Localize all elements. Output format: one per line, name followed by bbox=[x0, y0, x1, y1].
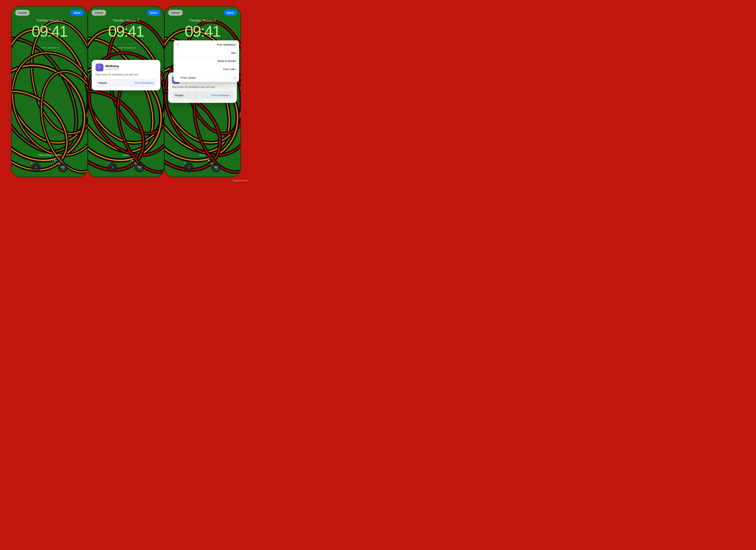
app-icon-2: ♪ bbox=[96, 64, 103, 71]
swipe-styles-label: Swipe between Styles bbox=[12, 154, 87, 156]
dropdown-item-spa[interactable]: Spa bbox=[174, 49, 239, 57]
playlist-dropdown-3: ✓ Pure Meditation Spa Beats & Breath Pur… bbox=[174, 40, 239, 82]
dropdown-label-beats-breath: Beats & Breath bbox=[218, 59, 236, 62]
minus-badge-cam-1: − bbox=[57, 162, 61, 165]
minus-badge-1: − bbox=[30, 162, 33, 165]
dropdown-item-pure-calm[interactable]: Pure Calm bbox=[174, 65, 239, 73]
card-app-name-2: Wellbeing bbox=[106, 65, 120, 68]
dot-6 bbox=[52, 160, 53, 161]
s3-dot-1 bbox=[195, 160, 197, 161]
dot-8 bbox=[56, 160, 57, 161]
time-label-3: 09:41 bbox=[165, 22, 240, 40]
style-dots-3 bbox=[165, 160, 240, 161]
done-button-3[interactable]: Done bbox=[224, 10, 237, 16]
minus-badge-cam-3: − bbox=[210, 162, 214, 165]
add-widgets-label-1: + ADD WIDGETS bbox=[39, 47, 60, 49]
music-note-icon-3: ♪ bbox=[188, 165, 190, 170]
s2-dot-2 bbox=[121, 160, 122, 161]
time-label-2: 09:41 bbox=[88, 22, 164, 40]
dot-2 bbox=[43, 160, 45, 161]
s2-dot-7-active bbox=[132, 160, 133, 161]
card-playlist-row-2[interactable]: Playlist Pure Meditation bbox=[96, 79, 156, 87]
bottom-icons-3: − ♪ − 📷 bbox=[165, 162, 240, 172]
card-row-value-2: Pure Meditation bbox=[135, 81, 153, 84]
style-name-label-3: Green bbox=[165, 154, 240, 156]
top-bar-3: Cancel Done bbox=[165, 10, 240, 16]
time-label-1: 09:41 bbox=[12, 22, 87, 40]
music-icon-btn-1[interactable]: − ♪ bbox=[31, 162, 41, 172]
music-note-icon-1: ♪ bbox=[35, 165, 37, 170]
phone-screen-3: Cancel Done Tuesday, January 9 09:41 + A… bbox=[164, 6, 241, 177]
top-bar-1: Cancel Done bbox=[12, 10, 87, 16]
cancel-button-1[interactable]: Cancel bbox=[15, 10, 30, 16]
s3-dot-5 bbox=[204, 160, 205, 161]
widget-area-2[interactable]: + ADD WIDGETS bbox=[93, 44, 159, 52]
camera-icon-2: 📷 bbox=[137, 165, 142, 170]
music-note-icon-2: ♪ bbox=[111, 165, 113, 170]
dropdown-label-spa: Spa bbox=[231, 51, 236, 54]
date-label-1: Tuesday, January 9 bbox=[12, 19, 87, 22]
dot-4 bbox=[48, 160, 49, 161]
library-music-icon: ♫ bbox=[233, 76, 236, 80]
music-icon-btn-3[interactable]: − ♪ bbox=[184, 162, 194, 172]
s2-dot-1 bbox=[119, 160, 120, 161]
card-row-label-3: Playlist bbox=[175, 94, 183, 97]
s2-dot-6 bbox=[130, 160, 131, 161]
wellbeing-card-2: ♪ Wellbeing Ambient Music Play music for… bbox=[92, 60, 160, 90]
card-row-label-2: Playlist bbox=[98, 81, 107, 84]
card-titles-2: Wellbeing Ambient Music bbox=[106, 65, 120, 70]
card-description-3: Play music for meditation and self-care. bbox=[172, 86, 233, 88]
card-description-2: Play music for meditation and self-care. bbox=[96, 73, 156, 76]
card-header-2: ♪ Wellbeing Ambient Music bbox=[96, 64, 156, 71]
s3-dot-3 bbox=[200, 160, 201, 161]
dropdown-label-from-library: From Library bbox=[181, 76, 233, 79]
date-label-2: Tuesday, January 9 bbox=[88, 19, 164, 22]
cancel-button-3[interactable]: Cancel bbox=[168, 10, 183, 16]
watermark: GadgetHacks.com bbox=[233, 179, 248, 182]
s2-dot-3 bbox=[123, 160, 124, 161]
dot-3 bbox=[46, 160, 47, 161]
dot-7-active bbox=[54, 160, 55, 161]
dot-5 bbox=[50, 160, 51, 161]
camera-icon-btn-1[interactable]: − 📷 bbox=[58, 162, 68, 172]
dropdown-label-pure-calm: Pure Calm bbox=[223, 68, 236, 71]
phone-screen-2: Cancel Done Tuesday, January 9 09:41 + A… bbox=[88, 6, 164, 177]
s3-dot-4 bbox=[202, 160, 203, 161]
top-bar-2: Cancel Done bbox=[88, 10, 164, 16]
cancel-button-2[interactable]: Cancel bbox=[92, 10, 106, 16]
screens-container: Cancel Done Tuesday, January 9 09:41 + A… bbox=[0, 0, 252, 183]
minus-badge-cam-2: − bbox=[134, 162, 137, 165]
card-playlist-row-3[interactable]: Playlist Pure Meditation bbox=[172, 91, 233, 99]
dropdown-label-pure-meditation: Pure Meditation bbox=[217, 43, 236, 46]
dropdown-item-from-library[interactable]: From Library ♫ bbox=[174, 73, 239, 82]
add-widgets-label-2: + ADD WIDGETS bbox=[116, 47, 136, 49]
camera-icon-1: 📷 bbox=[61, 165, 65, 170]
s3-dot-7-active bbox=[208, 160, 209, 161]
date-label-3: Tuesday, January 9 bbox=[165, 19, 240, 22]
done-button-2[interactable]: Done bbox=[147, 10, 160, 16]
style-dots-2 bbox=[88, 160, 164, 161]
check-icon-pure-meditation: ✓ bbox=[177, 43, 179, 46]
music-icon-btn-2[interactable]: − ♪ bbox=[107, 162, 117, 172]
dot-1 bbox=[41, 160, 43, 161]
style-name-label-2: Green bbox=[88, 154, 164, 156]
camera-icon-btn-3[interactable]: − 📷 bbox=[211, 162, 221, 172]
done-button-1[interactable]: Done bbox=[71, 10, 84, 16]
card-row-value-3: Pure Meditation bbox=[211, 94, 230, 97]
bottom-icons-2: − ♪ − 📷 bbox=[88, 162, 164, 172]
s2-dot-4 bbox=[125, 160, 127, 161]
camera-icon-3: 📷 bbox=[214, 165, 218, 170]
card-app-subtitle-2: Ambient Music bbox=[106, 68, 120, 70]
style-dots-1 bbox=[12, 160, 87, 161]
camera-icon-btn-2[interactable]: − 📷 bbox=[135, 162, 145, 172]
dropdown-item-beats-breath[interactable]: Beats & Breath bbox=[174, 57, 239, 65]
bottom-icons-1: − ♪ − 📷 bbox=[12, 162, 87, 172]
minus-badge-2: − bbox=[107, 162, 110, 165]
dropdown-item-pure-meditation[interactable]: ✓ Pure Meditation bbox=[174, 40, 239, 49]
s3-dot-2 bbox=[198, 160, 199, 161]
minus-badge-3: − bbox=[183, 162, 186, 165]
phone-screen-1: Cancel Done Tuesday, January 9 09:41 + A… bbox=[11, 6, 88, 177]
s2-dot-5 bbox=[127, 160, 129, 161]
s3-dot-6 bbox=[206, 160, 207, 161]
widget-area-1[interactable]: + ADD WIDGETS bbox=[17, 44, 82, 52]
